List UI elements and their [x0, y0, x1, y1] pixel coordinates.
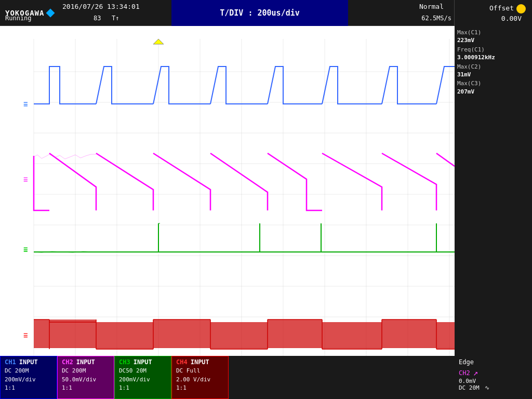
logo-icon	[46, 8, 55, 17]
measurement-freq-c1: Freq(C1) 3.000912kHz	[457, 46, 529, 62]
ch1-info-box[interactable]: CH1 INPUT DC 200M 200mV/div 1:1	[0, 356, 57, 399]
ch2-info-box[interactable]: CH2 INPUT DC 200M 50.0mV/div 1:1	[57, 356, 114, 399]
waveform-svg: ≡ ≡ ≡ ≡	[0, 26, 455, 356]
svg-rect-43	[268, 320, 322, 348]
sample-rate: 62.5MS/s	[421, 15, 451, 22]
svg-text:≡: ≡	[23, 245, 28, 254]
svg-rect-48	[436, 322, 455, 349]
ch2-input-label: INPUT	[76, 358, 95, 366]
measurement-max-c1: Max(C1) 223mV	[457, 29, 529, 45]
trigger-mode: Normal	[419, 3, 444, 10]
ch3-info-box[interactable]: CH3 INPUT DC50 20M 200mV/div 1:1	[114, 356, 171, 399]
offset-label: Offset	[489, 4, 514, 12]
tdiv-display[interactable]: T/DIV : 200us/div	[171, 0, 348, 26]
ch4-waveform	[34, 320, 455, 349]
svg-text:≡: ≡	[23, 175, 28, 183]
offset-control[interactable]: Offset 0.00V	[454, 0, 532, 26]
svg-rect-46	[210, 322, 268, 349]
ch3-coupling: DC50 20M	[119, 367, 167, 376]
top-bar: YOKOGAWA 2016/07/26 13:34:01 Running 83 …	[0, 0, 532, 26]
running-status: Running	[5, 15, 32, 22]
ch1-label: CH1	[5, 358, 16, 366]
oscilloscope-display: Main : 125 k 200us/div	[0, 26, 455, 356]
trigger-coupling: DC 20M ∿	[459, 384, 528, 391]
measurement-max-c2: Max(C2) 31mV	[457, 63, 529, 79]
ch4-coupling: DC Full	[176, 367, 224, 376]
offset-value: 0.00V	[501, 15, 522, 22]
ch4-label: CH4	[176, 358, 188, 366]
svg-rect-0	[0, 26, 455, 356]
ch1-scale: 200mV/div	[5, 376, 52, 384]
ch3-scale: 200mV/div	[119, 376, 167, 384]
svg-text:≡: ≡	[23, 331, 28, 339]
ch4-scale: 2.00 V/div	[176, 376, 224, 384]
ch3-probe: 1:1	[119, 384, 167, 393]
trigger-level: 0.0mV	[459, 378, 528, 384]
ch2-coupling: DC 200M	[62, 367, 110, 376]
ch3-input-label: INPUT	[134, 358, 152, 366]
ch2-probe: 1:1	[62, 384, 110, 393]
ch4-info-box[interactable]: CH4 INPUT DC Full 2.00 V/div 1:1	[171, 356, 229, 399]
svg-rect-44	[382, 320, 436, 348]
svg-text:≡: ≡	[23, 100, 28, 108]
offset-knob[interactable]	[516, 4, 526, 14]
measurement-max-c3: Max(C3) 207mV	[457, 79, 529, 96]
ch4-probe: 1:1	[176, 384, 224, 393]
trigger-count: 83	[94, 15, 101, 22]
ch1-probe: 1:1	[5, 384, 52, 393]
ch4-input-label: INPUT	[191, 358, 209, 366]
measurement-panel: Max(C1) 223mV Freq(C1) 3.000912kHz Max(C…	[455, 26, 532, 356]
trigger-type-label: Edge	[459, 358, 528, 366]
ch1-coupling: DC 200M	[5, 367, 52, 376]
trigger-edge-icon: ↗	[473, 368, 478, 378]
datetime-display: 2016/07/26 13:34:01	[62, 3, 140, 10]
svg-rect-42	[153, 320, 210, 348]
svg-rect-41	[49, 320, 96, 348]
ch2-scale: 50.0mV/div	[62, 376, 110, 384]
svg-rect-40	[34, 320, 49, 348]
channel-info-bar: CH1 INPUT DC 200M 200mV/div 1:1 CH2 INPU…	[0, 356, 532, 399]
trigger-panel[interactable]: Edge CH2 ↗ 0.0mV DC 20M ∿	[455, 356, 532, 399]
svg-rect-47	[322, 322, 382, 349]
ch1-input-label: INPUT	[19, 358, 38, 366]
svg-rect-45	[96, 322, 153, 349]
tdiv-value: T/DIV : 200us/div	[220, 8, 300, 18]
ch2-label: CH2	[62, 358, 73, 366]
trigger-channel: CH2	[459, 369, 470, 377]
ch3-label: CH3	[119, 358, 130, 366]
trigger-icon: T↑	[112, 15, 119, 22]
